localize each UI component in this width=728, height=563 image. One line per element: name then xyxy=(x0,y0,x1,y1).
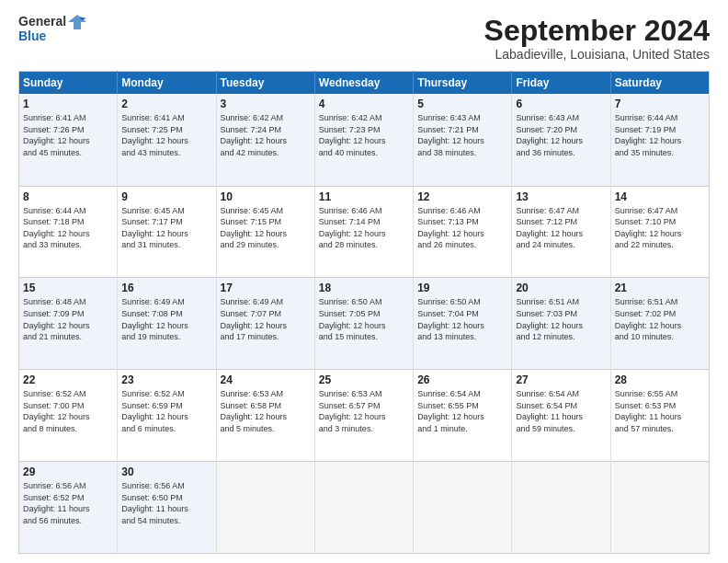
logo-container: General Blue xyxy=(18,15,86,43)
header: General Blue September 2024 Labadieville… xyxy=(18,15,710,62)
day-info: Sunrise: 6:51 AMSunset: 7:02 PMDaylight:… xyxy=(615,296,705,342)
calendar-row: 29Sunrise: 6:56 AMSunset: 6:52 PMDayligh… xyxy=(19,462,710,554)
day-number: 13 xyxy=(516,190,606,203)
calendar-row: 15Sunrise: 6:48 AMSunset: 7:09 PMDayligh… xyxy=(19,278,710,370)
table-row: 26Sunrise: 6:54 AMSunset: 6:55 PMDayligh… xyxy=(414,370,512,462)
day-number: 4 xyxy=(319,98,409,110)
day-number: 11 xyxy=(319,190,409,203)
day-info: Sunrise: 6:52 AMSunset: 6:59 PMDaylight:… xyxy=(121,388,211,434)
day-info: Sunrise: 6:41 AMSunset: 7:26 PMDaylight:… xyxy=(23,112,113,158)
day-info: Sunrise: 6:43 AMSunset: 7:20 PMDaylight:… xyxy=(516,112,606,158)
calendar-row: 1Sunrise: 6:41 AMSunset: 7:26 PMDaylight… xyxy=(19,94,710,186)
day-number: 17 xyxy=(221,282,311,294)
table-row: 9Sunrise: 6:45 AMSunset: 7:17 PMDaylight… xyxy=(118,186,216,278)
calendar-table: Sunday Monday Tuesday Wednesday Thursday… xyxy=(18,71,710,554)
day-number: 26 xyxy=(417,373,507,386)
table-row: 23Sunrise: 6:52 AMSunset: 6:59 PMDayligh… xyxy=(118,370,216,462)
day-number: 1 xyxy=(23,98,113,110)
day-info: Sunrise: 6:54 AMSunset: 6:55 PMDaylight:… xyxy=(417,388,507,434)
table-row: 28Sunrise: 6:55 AMSunset: 6:53 PMDayligh… xyxy=(610,370,709,462)
table-row: 20Sunrise: 6:51 AMSunset: 7:03 PMDayligh… xyxy=(512,278,610,370)
day-number: 3 xyxy=(221,98,311,110)
day-number: 21 xyxy=(615,282,705,294)
logo-text-blue: Blue xyxy=(18,29,86,43)
col-thursday: Thursday xyxy=(414,72,512,95)
table-row: 7Sunrise: 6:44 AMSunset: 7:19 PMDaylight… xyxy=(610,94,709,186)
table-row: 12Sunrise: 6:46 AMSunset: 7:13 PMDayligh… xyxy=(414,186,512,278)
table-row: 18Sunrise: 6:50 AMSunset: 7:05 PMDayligh… xyxy=(314,278,413,370)
day-info: Sunrise: 6:49 AMSunset: 7:07 PMDaylight:… xyxy=(221,296,311,342)
day-number: 19 xyxy=(417,282,507,294)
table-row: 15Sunrise: 6:48 AMSunset: 7:09 PMDayligh… xyxy=(19,278,118,370)
col-monday: Monday xyxy=(118,72,216,95)
day-info: Sunrise: 6:50 AMSunset: 7:05 PMDaylight:… xyxy=(319,296,409,342)
day-number: 24 xyxy=(221,373,311,386)
day-number: 23 xyxy=(121,373,211,386)
day-info: Sunrise: 6:56 AMSunset: 6:52 PMDaylight:… xyxy=(23,480,113,526)
table-row: 2Sunrise: 6:41 AMSunset: 7:25 PMDaylight… xyxy=(118,94,216,186)
day-info: Sunrise: 6:45 AMSunset: 7:17 PMDaylight:… xyxy=(121,205,211,251)
col-tuesday: Tuesday xyxy=(216,72,314,95)
table-row xyxy=(414,462,512,554)
day-info: Sunrise: 6:46 AMSunset: 7:13 PMDaylight:… xyxy=(417,205,507,251)
day-info: Sunrise: 6:46 AMSunset: 7:14 PMDaylight:… xyxy=(319,205,409,251)
day-info: Sunrise: 6:52 AMSunset: 7:00 PMDaylight:… xyxy=(23,388,113,434)
table-row: 6Sunrise: 6:43 AMSunset: 7:20 PMDaylight… xyxy=(512,94,610,186)
day-info: Sunrise: 6:56 AMSunset: 6:50 PMDaylight:… xyxy=(121,480,211,526)
day-number: 28 xyxy=(615,373,705,386)
day-info: Sunrise: 6:53 AMSunset: 6:58 PMDaylight:… xyxy=(221,388,311,434)
day-number: 20 xyxy=(516,282,606,294)
page: General Blue September 2024 Labadieville… xyxy=(0,0,728,563)
table-row: 24Sunrise: 6:53 AMSunset: 6:58 PMDayligh… xyxy=(216,370,314,462)
table-row: 5Sunrise: 6:43 AMSunset: 7:21 PMDaylight… xyxy=(414,94,512,186)
day-number: 2 xyxy=(121,98,211,110)
table-row xyxy=(314,462,413,554)
day-info: Sunrise: 6:47 AMSunset: 7:10 PMDaylight:… xyxy=(615,205,705,251)
table-row: 11Sunrise: 6:46 AMSunset: 7:14 PMDayligh… xyxy=(314,186,413,278)
day-number: 14 xyxy=(615,190,705,203)
col-wednesday: Wednesday xyxy=(314,72,413,95)
table-row: 21Sunrise: 6:51 AMSunset: 7:02 PMDayligh… xyxy=(610,278,709,370)
day-info: Sunrise: 6:41 AMSunset: 7:25 PMDaylight:… xyxy=(121,112,211,158)
table-row: 17Sunrise: 6:49 AMSunset: 7:07 PMDayligh… xyxy=(216,278,314,370)
day-number: 29 xyxy=(23,465,113,478)
day-number: 5 xyxy=(417,98,507,110)
day-number: 25 xyxy=(319,373,409,386)
logo-text-general: General xyxy=(18,15,66,29)
table-row: 19Sunrise: 6:50 AMSunset: 7:04 PMDayligh… xyxy=(414,278,512,370)
table-row: 16Sunrise: 6:49 AMSunset: 7:08 PMDayligh… xyxy=(118,278,216,370)
day-number: 18 xyxy=(319,282,409,294)
table-row: 10Sunrise: 6:45 AMSunset: 7:15 PMDayligh… xyxy=(216,186,314,278)
calendar-header-row: Sunday Monday Tuesday Wednesday Thursday… xyxy=(19,72,710,95)
col-sunday: Sunday xyxy=(19,72,118,95)
day-info: Sunrise: 6:53 AMSunset: 6:57 PMDaylight:… xyxy=(319,388,409,434)
day-number: 6 xyxy=(516,98,606,110)
day-info: Sunrise: 6:48 AMSunset: 7:09 PMDaylight:… xyxy=(23,296,113,342)
logo-bird-icon xyxy=(68,15,86,29)
table-row: 1Sunrise: 6:41 AMSunset: 7:26 PMDaylight… xyxy=(19,94,118,186)
calendar-row: 8Sunrise: 6:44 AMSunset: 7:18 PMDaylight… xyxy=(19,186,710,278)
table-row: 13Sunrise: 6:47 AMSunset: 7:12 PMDayligh… xyxy=(512,186,610,278)
day-number: 22 xyxy=(23,373,113,386)
day-info: Sunrise: 6:55 AMSunset: 6:53 PMDaylight:… xyxy=(615,388,705,434)
day-number: 8 xyxy=(23,190,113,203)
day-info: Sunrise: 6:51 AMSunset: 7:03 PMDaylight:… xyxy=(516,296,606,342)
day-info: Sunrise: 6:50 AMSunset: 7:04 PMDaylight:… xyxy=(417,296,507,342)
title-block: September 2024 Labadieville, Louisiana, … xyxy=(484,15,710,62)
day-number: 15 xyxy=(23,282,113,294)
logo: General Blue xyxy=(18,15,86,43)
table-row: 3Sunrise: 6:42 AMSunset: 7:24 PMDaylight… xyxy=(216,94,314,186)
day-info: Sunrise: 6:47 AMSunset: 7:12 PMDaylight:… xyxy=(516,205,606,251)
day-number: 7 xyxy=(615,98,705,110)
day-info: Sunrise: 6:49 AMSunset: 7:08 PMDaylight:… xyxy=(121,296,211,342)
day-number: 27 xyxy=(516,373,606,386)
main-title: September 2024 xyxy=(484,15,710,47)
subtitle: Labadieville, Louisiana, United States xyxy=(484,47,710,62)
day-number: 9 xyxy=(121,190,211,203)
svg-marker-0 xyxy=(68,15,86,29)
calendar-row: 22Sunrise: 6:52 AMSunset: 7:00 PMDayligh… xyxy=(19,370,710,462)
col-friday: Friday xyxy=(512,72,610,95)
table-row xyxy=(610,462,709,554)
day-number: 16 xyxy=(121,282,211,294)
table-row: 29Sunrise: 6:56 AMSunset: 6:52 PMDayligh… xyxy=(19,462,118,554)
